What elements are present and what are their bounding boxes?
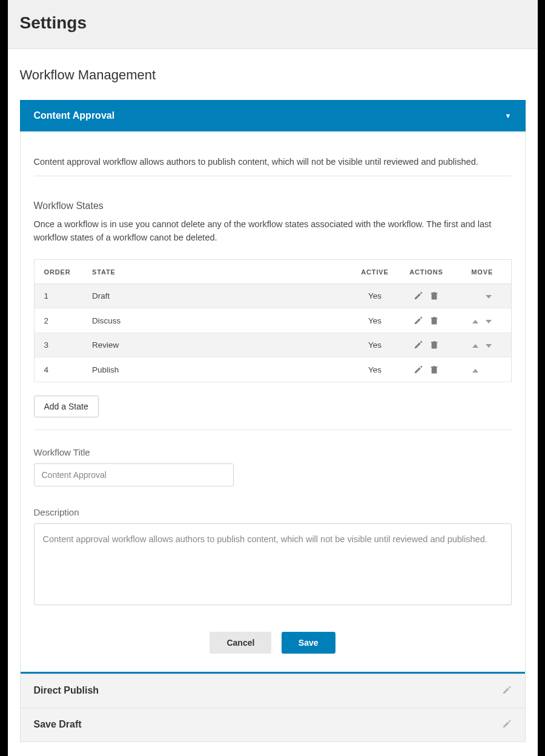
workflow-title-label: Workflow Title <box>34 447 512 457</box>
save-button[interactable]: Save <box>282 632 335 654</box>
workflow-title-input[interactable] <box>34 463 234 486</box>
edit-icon[interactable] <box>413 314 424 325</box>
cell-active: Yes <box>351 333 399 357</box>
col-header-actions: ACTIONS <box>399 259 454 284</box>
add-state-button[interactable]: Add a State <box>34 396 99 417</box>
delete-icon[interactable] <box>429 314 440 325</box>
workflow-header-title: Save Draft <box>34 719 82 730</box>
workflow-header-title: Direct Publish <box>34 685 99 696</box>
delete-icon[interactable] <box>429 363 440 374</box>
move-up-icon[interactable] <box>472 369 478 373</box>
workflow-header-title: Content Approval <box>34 110 115 121</box>
cell-state: Discuss <box>82 308 351 333</box>
move-down-icon[interactable] <box>486 320 492 323</box>
cell-active: Yes <box>351 308 399 333</box>
workflow-body-content-approval: Content approval workflow allows authors… <box>20 131 526 674</box>
workflow-header-save-draft[interactable]: Save Draft <box>20 708 526 742</box>
cell-actions <box>399 284 454 308</box>
cell-order: 3 <box>34 333 82 357</box>
delete-icon[interactable] <box>429 339 440 350</box>
cell-actions <box>399 308 454 333</box>
cell-move <box>454 357 511 382</box>
cell-move <box>454 284 511 308</box>
page-title: Settings <box>20 13 526 33</box>
col-header-active: ACTIVE <box>351 259 399 284</box>
cell-actions <box>399 333 454 357</box>
settings-header: Settings <box>8 0 538 49</box>
delete-icon[interactable] <box>429 290 440 301</box>
workflow-intro: Content approval workflow allows authors… <box>34 156 512 168</box>
workflow-header-content-approval[interactable]: Content Approval ▼ <box>20 100 526 131</box>
cell-state: Review <box>82 333 351 357</box>
edit-icon[interactable] <box>413 339 424 350</box>
cell-order: 2 <box>34 308 82 333</box>
table-row: 1DraftYes <box>34 284 511 308</box>
description-label: Description <box>34 507 512 517</box>
workflow-states-hint: Once a workflow is in use you cannot del… <box>34 217 512 245</box>
chevron-down-icon: ▼ <box>505 112 512 119</box>
section-title: Workflow Management <box>20 67 526 83</box>
move-down-icon[interactable] <box>486 344 492 348</box>
col-header-move: MOVE <box>454 259 511 284</box>
description-textarea[interactable] <box>34 523 512 605</box>
cell-actions <box>399 357 454 382</box>
workflow-header-direct-publish[interactable]: Direct Publish <box>20 674 526 708</box>
cell-order: 1 <box>34 284 82 308</box>
pencil-icon[interactable] <box>503 719 512 731</box>
cancel-button[interactable]: Cancel <box>210 632 271 654</box>
move-up-icon[interactable] <box>472 320 478 323</box>
table-row: 3ReviewYes <box>34 333 511 357</box>
cell-move <box>454 333 511 357</box>
edit-icon[interactable] <box>413 363 424 374</box>
workflow-states-heading: Workflow States <box>34 201 512 211</box>
move-up-icon[interactable] <box>472 344 478 348</box>
cell-state: Draft <box>82 284 351 308</box>
cell-active: Yes <box>351 284 399 308</box>
col-header-state: STATE <box>82 259 351 284</box>
table-row: 4PublishYes <box>34 357 511 382</box>
pencil-icon[interactable] <box>503 685 512 697</box>
move-down-icon[interactable] <box>486 295 492 299</box>
table-row: 2DiscussYes <box>34 308 511 333</box>
cell-state: Publish <box>82 357 351 382</box>
divider <box>34 429 512 430</box>
cell-move <box>454 308 511 333</box>
workflow-states-table: ORDER STATE ACTIVE ACTIONS MOVE 1DraftYe… <box>34 259 512 382</box>
edit-icon[interactable] <box>413 290 424 301</box>
accent-bar <box>21 672 525 674</box>
divider <box>34 176 512 176</box>
col-header-order: ORDER <box>34 259 82 284</box>
cell-order: 4 <box>34 357 82 382</box>
cell-active: Yes <box>351 357 399 382</box>
